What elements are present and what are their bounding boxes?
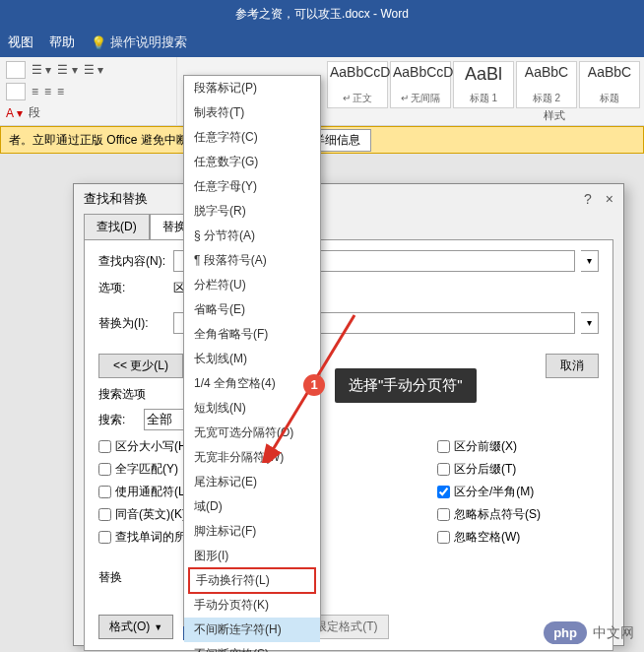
search-direction-label: 搜索: xyxy=(98,412,138,428)
style-item[interactable]: AaBbCcDc↵ 正文 xyxy=(327,61,388,108)
ribbon-paragraph-group: ☰ ▾ ☰ ▾ ☰ ▾ ≡ ≡ ≡ A ▾ 段 xyxy=(0,57,177,125)
border-button[interactable] xyxy=(6,83,26,100)
dialog-title: 查找和替换 xyxy=(84,190,148,208)
menu-item[interactable]: 短划线(N) xyxy=(184,396,320,421)
menu-item[interactable]: 手动换行符(L) xyxy=(188,567,316,594)
tell-me-label: 操作说明搜索 xyxy=(110,33,187,51)
window-title: 参考之资，可以攻玉.docx - Word xyxy=(235,6,409,23)
option-checkbox[interactable]: 忽略标点符号(S) xyxy=(437,506,541,523)
outline-button[interactable] xyxy=(6,61,26,79)
style-item[interactable]: AaBbCcDc↵ 无间隔 xyxy=(390,61,451,108)
watermark: php 中文网 xyxy=(544,621,634,644)
style-item[interactable]: AaBbC标题 2 xyxy=(516,61,577,108)
format-label: 格式(O) xyxy=(109,619,150,635)
less-button[interactable]: << 更少(L) xyxy=(98,354,183,378)
find-dropdown-icon[interactable]: ▾ xyxy=(581,250,599,272)
menu-item[interactable]: 省略号(E) xyxy=(184,297,320,322)
watermark-pill: php xyxy=(544,621,587,644)
bullet-icon[interactable]: ☰ ▾ xyxy=(32,63,51,77)
activation-warning: 者。立即通过正版 Office 避免中断并使 ffice 了解详细信息 xyxy=(0,126,644,154)
menu-item[interactable]: 制表符(T) xyxy=(184,100,320,125)
annotation-tooltip: 选择"手动分页符" xyxy=(335,368,477,403)
menu-item[interactable]: 任意数字(G) xyxy=(184,150,320,174)
dialog-help-icon[interactable]: ? xyxy=(584,191,592,207)
menu-item[interactable]: 图形(I) xyxy=(184,544,320,568)
ribbon: ☰ ▾ ☰ ▾ ☰ ▾ ≡ ≡ ≡ A ▾ 段 AaBbCcDc↵ 正文AaBb… xyxy=(0,57,644,126)
bulb-icon: 💡 xyxy=(91,35,106,50)
dialog-tabs: 查找(D) 替换(P) xyxy=(74,214,623,239)
style-item[interactable]: AaBl标题 1 xyxy=(453,61,514,108)
menu-item[interactable]: 尾注标记(E) xyxy=(184,470,320,494)
styles-group-label: 样式 xyxy=(544,108,565,123)
option-checkbox[interactable]: 区分后缀(T) xyxy=(437,461,516,478)
menu-item[interactable]: 无宽可选分隔符(O) xyxy=(184,421,320,445)
find-what-label: 查找内容(N): xyxy=(98,253,167,270)
align-icon[interactable]: ≡ xyxy=(32,85,38,98)
align3-icon[interactable]: ≡ xyxy=(57,85,64,98)
menu-item[interactable]: 长划线(M) xyxy=(184,347,320,371)
menu-item[interactable]: 不间断空格(S) xyxy=(184,642,320,652)
menu-item[interactable]: 手动分页符(K) xyxy=(184,593,320,618)
tell-me-search[interactable]: 💡 操作说明搜索 xyxy=(91,33,187,51)
menu-item[interactable]: ¶ 段落符号(A) xyxy=(184,248,320,273)
menu-item[interactable]: 1/4 全角空格(4) xyxy=(184,371,320,396)
menu-item[interactable]: 全角省略号(F) xyxy=(184,322,320,347)
replace-with-label: 替换为(I): xyxy=(98,315,167,332)
menu-view[interactable]: 视图 xyxy=(8,33,33,51)
warning-text: 者。立即通过正版 Office 避免中断并使 xyxy=(9,132,212,149)
menu-item[interactable]: 域(D) xyxy=(184,494,320,519)
style-item[interactable]: AaBbC标题 xyxy=(579,61,640,108)
option-checkbox[interactable]: 区分全/半角(M) xyxy=(437,484,534,500)
menu-item[interactable]: 分栏符(U) xyxy=(184,273,320,297)
menu-item[interactable]: 脱字号(R) xyxy=(184,199,320,224)
dialog-body: 查找内容(N): ▾ 选项: 区分 替换为(I): ▾ << 更少(L) 取消 … xyxy=(84,239,613,651)
dialog-titlebar[interactable]: 查找和替换 ? × xyxy=(74,184,623,214)
menu-item[interactable]: § 分节符(A) xyxy=(184,224,320,248)
option-checkbox[interactable]: 忽略空格(W) xyxy=(437,529,520,546)
align2-icon[interactable]: ≡ xyxy=(44,85,51,98)
menu-bar: 视图 帮助 💡 操作说明搜索 xyxy=(0,28,644,57)
replace-section-label: 替换 xyxy=(98,569,599,586)
number-icon[interactable]: ☰ ▾ xyxy=(57,63,77,77)
styles-gallery[interactable]: AaBbCcDc↵ 正文AaBbCcDc↵ 无间隔AaBl标题 1AaBbC标题… xyxy=(323,57,644,125)
dialog-close-icon[interactable]: × xyxy=(606,191,613,207)
font-color-icon[interactable]: A ▾ xyxy=(6,106,23,120)
option-checkbox[interactable]: 区分前缀(X) xyxy=(437,438,517,455)
replace-dropdown-icon[interactable]: ▾ xyxy=(581,312,599,334)
title-bar: 参考之资，可以攻玉.docx - Word xyxy=(0,0,644,28)
caret-icon: ▼ xyxy=(154,622,162,632)
find-replace-dialog: 查找和替换 ? × 查找(D) 替换(P) 查找内容(N): ▾ 选项: 区分 … xyxy=(73,183,624,646)
document-area: 查找和替换 ? × 查找(D) 替换(P) 查找内容(N): ▾ 选项: 区分 … xyxy=(0,154,644,652)
menu-item[interactable]: 不间断连字符(H) xyxy=(184,618,320,642)
watermark-text: 中文网 xyxy=(593,624,634,642)
menu-item[interactable]: 任意字母(Y) xyxy=(184,174,320,199)
format-dropdown[interactable]: 格式(O)▼ xyxy=(98,615,173,639)
menu-item[interactable]: 无宽非分隔符(W) xyxy=(184,445,320,470)
options-label: 选项: xyxy=(98,280,167,296)
special-format-menu: 段落标记(P)制表符(T)任意字符(C)任意数字(G)任意字母(Y)脱字号(R)… xyxy=(183,75,321,626)
menu-help[interactable]: 帮助 xyxy=(49,33,75,51)
cancel-button[interactable]: 取消 xyxy=(546,354,599,378)
tab-find[interactable]: 查找(D) xyxy=(84,214,150,239)
menu-item[interactable]: 脚注标记(F) xyxy=(184,519,320,544)
annotation-step-badge: 1 xyxy=(303,374,325,396)
menu-item[interactable]: 段落标记(P) xyxy=(184,76,320,100)
menu-item[interactable]: 任意字符(C) xyxy=(184,125,320,150)
multilevel-icon[interactable]: ☰ ▾ xyxy=(84,63,103,77)
paragraph-label: 段 xyxy=(29,104,40,121)
